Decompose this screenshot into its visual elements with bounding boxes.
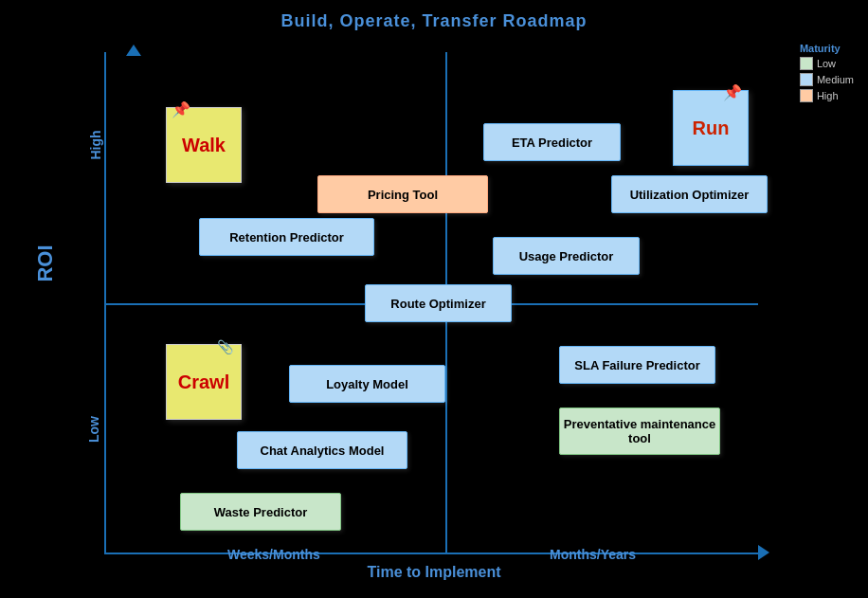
walk-note: Walk	[166, 107, 242, 183]
run-label: Run	[693, 118, 730, 139]
crawl-note: Crawl	[166, 344, 242, 420]
waste-predictor: Waste Predictor	[180, 493, 341, 531]
legend-color-medium	[800, 73, 813, 86]
x-axis-arrow	[758, 545, 769, 560]
legend-item-medium: Medium	[800, 73, 854, 86]
legend-title: Maturity	[800, 43, 854, 54]
y-axis-label: ROI	[33, 245, 58, 281]
loyalty-model: Loyalty Model	[289, 365, 445, 403]
legend-item-high: High	[800, 89, 854, 102]
legend-label-medium: Medium	[817, 74, 854, 85]
pricing-tool: Pricing Tool	[317, 175, 488, 213]
chat-analytics: Chat Analytics Model	[237, 431, 407, 469]
legend-label-low: Low	[817, 58, 836, 69]
route-optimizer: Route Optimizer	[365, 284, 512, 322]
utilization-optimizer: Utilization Optimizer	[611, 175, 768, 213]
y-high-label: High	[88, 130, 103, 159]
preventative-maintenance: Preventative maintenance tool	[559, 408, 720, 455]
chart-title: Build, Operate, Transfer Roadmap	[280, 11, 587, 31]
legend-color-high	[800, 89, 813, 102]
retention-predictor: Retention Predictor	[199, 218, 374, 256]
x-axis-line	[104, 553, 758, 554]
legend-color-low	[800, 57, 813, 70]
x-axis-label: Time to Implement	[367, 564, 500, 581]
usage-predictor: Usage Predictor	[493, 237, 640, 275]
eta-predictor: ETA Predictor	[483, 123, 621, 161]
x-sublabel-right: Months/Years	[550, 547, 636, 562]
crawl-label: Crawl	[178, 371, 229, 393]
x-sublabel-left: Weeks/Months	[227, 547, 320, 562]
walk-label: Walk	[182, 135, 226, 156]
sla-failure-predictor: SLA Failure Predictor	[559, 346, 715, 384]
run-note: Run	[673, 90, 749, 166]
chart-area: High Low Walk Crawl Run ETA PredictorPri…	[76, 52, 758, 554]
legend-item-low: Low	[800, 57, 854, 70]
y-axis-arrow	[126, 45, 141, 56]
legend-label-high: High	[817, 90, 839, 101]
chart-container: Build, Operate, Transfer Roadmap ROI Mat…	[0, 0, 868, 598]
legend: Maturity Low Medium High	[800, 43, 854, 105]
y-low-label: Low	[86, 416, 101, 443]
